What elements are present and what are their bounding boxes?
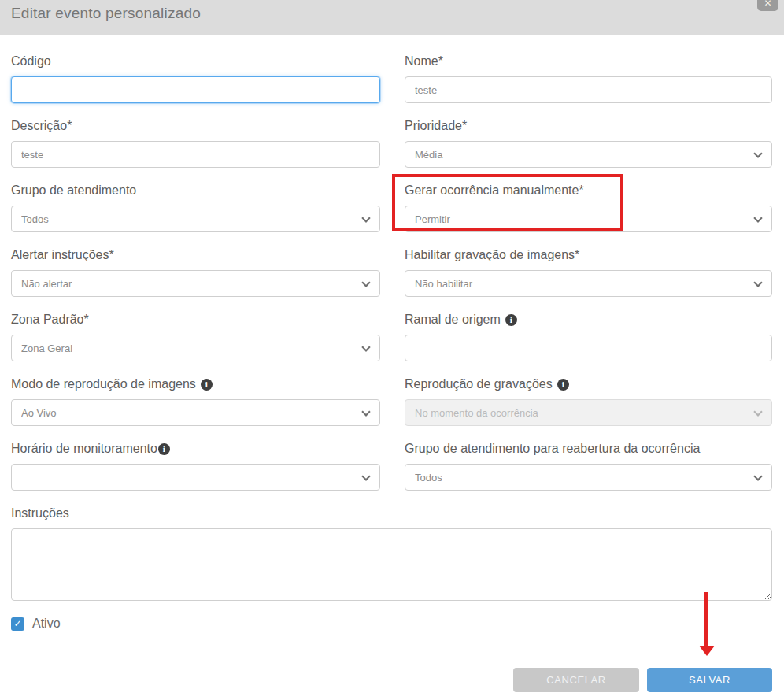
- habilitar-gravacao-label: Habilitar gravação de imagens*: [405, 247, 772, 263]
- ativo-row: ✓ Ativo: [11, 617, 772, 631]
- field-grupo-reabertura: Grupo de atendimento para reabertura da …: [405, 441, 772, 491]
- edit-event-form: Código Nome* Descrição* Prioridade* Médi…: [0, 35, 784, 631]
- descricao-input[interactable]: [11, 141, 380, 168]
- field-descricao: Descrição*: [11, 118, 380, 168]
- modo-reproducao-label: Modo de reprodução de imagens i: [11, 376, 380, 392]
- nome-label: Nome*: [405, 54, 772, 69]
- field-grupo-atendimento: Grupo de atendimento Todos: [11, 183, 380, 232]
- field-ramal-origem: Ramal de origem i: [405, 312, 772, 361]
- info-icon: i: [201, 379, 213, 391]
- info-icon: i: [158, 443, 170, 455]
- ramal-origem-label: Ramal de origem i: [405, 312, 772, 328]
- grupo-reabertura-select[interactable]: Todos: [405, 464, 772, 491]
- modal-title: Editar evento personalizado: [11, 3, 784, 24]
- grupo-atendimento-label: Grupo de atendimento: [11, 183, 380, 198]
- modal-footer: CANCELAR SALVAR: [0, 654, 784, 692]
- horario-monitoramento-select[interactable]: [11, 464, 380, 491]
- grupo-atendimento-select[interactable]: Todos: [11, 206, 380, 232]
- info-icon: i: [505, 314, 517, 326]
- field-nome: Nome*: [405, 54, 772, 103]
- alertar-instrucoes-select[interactable]: Não alertar: [11, 270, 380, 297]
- field-gerar-ocorrencia: Gerar ocorrência manualmente* Permitir: [405, 183, 772, 232]
- ativo-label: Ativo: [32, 617, 61, 631]
- field-zona-padrao: Zona Padrão* Zona Geral: [11, 312, 380, 361]
- info-icon: i: [557, 379, 569, 391]
- codigo-label: Código: [11, 54, 380, 69]
- close-icon: ✕: [764, 0, 771, 9]
- prioridade-select[interactable]: Média: [405, 141, 772, 168]
- descricao-label: Descrição*: [11, 118, 380, 134]
- field-horario-monitoramento: Horário de monitoramento i: [11, 441, 380, 491]
- prioridade-label: Prioridade*: [405, 118, 772, 134]
- field-alertar-instrucoes: Alertar instruções* Não alertar: [11, 247, 380, 297]
- horario-monitoramento-label: Horário de monitoramento i: [11, 441, 380, 457]
- close-button[interactable]: ✕: [757, 0, 778, 11]
- reproducao-gravacoes-label: Reprodução de gravações i: [405, 376, 772, 392]
- gerar-ocorrencia-select[interactable]: Permitir: [405, 206, 772, 232]
- save-button[interactable]: SALVAR: [647, 668, 772, 692]
- instrucoes-label: Instruções: [11, 506, 772, 521]
- field-prioridade: Prioridade* Média: [405, 118, 772, 168]
- codigo-input[interactable]: [11, 76, 380, 103]
- zona-padrao-select[interactable]: Zona Geral: [11, 335, 380, 361]
- field-instrucoes: Instruções: [11, 506, 772, 604]
- field-habilitar-gravacao: Habilitar gravação de imagens* Não habil…: [405, 247, 772, 297]
- modal-header: Editar evento personalizado: [0, 0, 784, 35]
- modo-reproducao-select[interactable]: Ao Vivo: [11, 399, 380, 426]
- zona-padrao-label: Zona Padrão*: [11, 312, 380, 328]
- grupo-reabertura-label: Grupo de atendimento para reabertura da …: [405, 441, 772, 457]
- field-reproducao-gravacoes: Reprodução de gravações i No momento da …: [405, 376, 772, 426]
- ramal-origem-input[interactable]: [405, 335, 772, 361]
- cancel-button[interactable]: CANCELAR: [513, 668, 639, 692]
- reproducao-gravacoes-select: No momento da ocorrência: [405, 399, 772, 426]
- habilitar-gravacao-select[interactable]: Não habilitar: [405, 270, 772, 297]
- alertar-instrucoes-label: Alertar instruções*: [11, 247, 380, 263]
- field-modo-reproducao: Modo de reprodução de imagens i Ao Vivo: [11, 376, 380, 426]
- checkmark-icon: ✓: [13, 618, 21, 629]
- nome-input[interactable]: [405, 76, 772, 103]
- field-codigo: Código: [11, 54, 380, 103]
- instrucoes-textarea[interactable]: [11, 528, 772, 601]
- ativo-checkbox[interactable]: ✓: [11, 617, 24, 631]
- gerar-ocorrencia-label: Gerar ocorrência manualmente*: [405, 183, 772, 198]
